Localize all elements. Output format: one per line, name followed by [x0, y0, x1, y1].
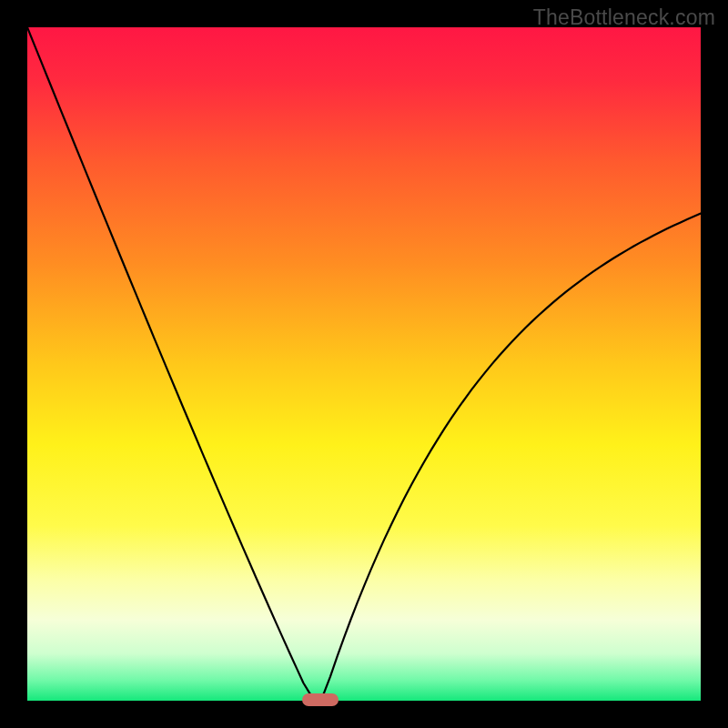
- chart-container: TheBottleneck.com: [0, 0, 728, 728]
- watermark-text: TheBottleneck.com: [533, 5, 715, 30]
- gradient-background: [27, 27, 701, 701]
- optimal-marker: [302, 693, 339, 706]
- bottleneck-chart: [27, 27, 701, 701]
